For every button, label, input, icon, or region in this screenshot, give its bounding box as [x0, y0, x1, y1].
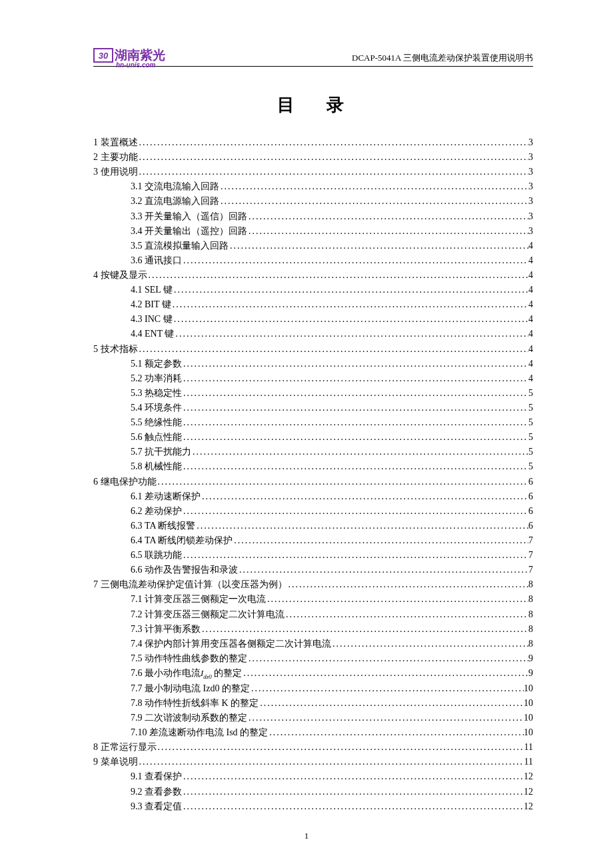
toc-leader-dots [219, 179, 528, 194]
toc-entry-label: 7.4 保护内部计算用变压器各侧额定二次计算电流 [131, 637, 331, 651]
toc-entry-number: 6.5 [131, 550, 143, 560]
toc-entry-page: 3 [528, 150, 533, 165]
toc-leader-dots [247, 224, 528, 239]
toc-entry-label: 9.3 查看定值 [131, 799, 182, 814]
toc-entry-number: 5.3 [131, 388, 143, 398]
toc-entry-number: 5.7 [131, 447, 143, 457]
toc-entry-page: 10 [524, 725, 533, 740]
toc-entry-number: 5.2 [131, 373, 143, 383]
toc-entry-label: 5.5 绝缘性能 [131, 415, 182, 430]
toc-entry-page: 3 [528, 224, 533, 239]
toc-leader-dots [259, 696, 524, 711]
toc-leader-dots [268, 725, 524, 740]
toc-entry-label: 7.3 计算平衡系数 [131, 622, 201, 637]
toc-entry: 6.3 TA 断线报警6 [93, 519, 533, 533]
toc-entry: 6.4 TA 断线闭锁差动保护7 [93, 533, 533, 548]
toc-leader-dots [157, 475, 529, 489]
toc-leader-dots [182, 459, 528, 474]
toc-entry-number: 9.2 [131, 787, 143, 797]
toc-entry: 4.4 ENT 键4 [93, 327, 533, 341]
toc-entry: 7.4 保护内部计算用变压器各侧额定二次计算电流8 [93, 637, 533, 651]
toc-entry-number: 4.2 [131, 299, 143, 309]
toc-entry: 9.3 查看定值12 [93, 799, 533, 814]
toc-entry: 3.2 直流电源输入回路3 [93, 194, 533, 209]
toc-entry-text: 抗干扰能力 [145, 447, 191, 457]
toc-entry-number: 7.5 [131, 653, 143, 663]
toc-leader-dots [201, 622, 528, 637]
toc-leader-dots [233, 533, 528, 548]
toc-entry-label: 4.1 SEL 键 [131, 283, 173, 297]
toc-entry-label: 6.3 TA 断线报警 [131, 519, 195, 533]
toc-leader-dots [138, 165, 529, 179]
toc-entry: 7.9 二次谐波制动系数的整定10 [93, 711, 533, 725]
toc-leader-dots [182, 253, 528, 268]
toc-leader-dots [138, 135, 529, 150]
toc-entry-number: 9.1 [131, 771, 143, 781]
toc-entry-label: 7.5 动作特性曲线参数的整定 [131, 651, 247, 666]
toc-entry-label: 4.3 INC 键 [131, 312, 173, 327]
toc-leader-dots [201, 489, 528, 504]
toc-entry: 6.5 联跳功能7 [93, 548, 533, 563]
toc-entry-number: 6.4 [131, 535, 143, 545]
toc-entry-page: 4 [528, 268, 533, 283]
toc-entry: 6 继电保护功能6 [93, 475, 533, 489]
toc-entry-label: 3.5 直流模拟量输入回路 [131, 239, 229, 253]
toc-entry-label: 3.1 交流电流输入回路 [131, 179, 219, 194]
toc-entry-label: 5.1 额定参数 [131, 357, 182, 371]
toc-entry-label: 9 菜单说明 [93, 755, 138, 769]
toc-entry-number: 3 [93, 167, 98, 177]
logo: 30 湖南紫光 hn-unis.com [93, 47, 165, 64]
toc-entry-page: 6 [528, 475, 533, 489]
toc-entry-number: 7 [93, 579, 98, 589]
toc-entry: 4 按键及显示4 [93, 268, 533, 283]
toc-entry: 7.7 最小制动电流 Izd0 的整定10 [93, 681, 533, 696]
toc-entry-number: 4.1 [131, 285, 143, 295]
toc-entry: 7.8 动作特性折线斜率 K 的整定10 [93, 696, 533, 711]
toc-entry-label: 7.6 最小动作电流Idz0 的整定 [131, 666, 242, 681]
toc-entry-number: 7.8 [131, 698, 143, 708]
toc-entry-page: 12 [524, 769, 533, 784]
toc-entry-number: 3.5 [131, 241, 143, 251]
toc-entry-page: 8 [528, 622, 533, 637]
toc-entry-label: 9.2 查看参数 [131, 785, 182, 799]
toc-entry-number: 7.9 [131, 713, 143, 723]
toc-entry-page: 10 [524, 696, 533, 711]
toc-entry-number: 7.3 [131, 624, 143, 634]
toc-entry-text: 菜单说明 [101, 757, 138, 767]
toc-entry-text: TA 断线报警 [145, 521, 195, 531]
toc-entry-label: 5.3 热稳定性 [131, 386, 182, 401]
toc-entry-label: 7.2 计算变压器三侧额定二次计算电流 [131, 607, 285, 622]
toc-entry-number: 7.6 [131, 668, 143, 678]
toc-entry: 5.1 额定参数4 [93, 357, 533, 371]
logo-mark-icon: 30 [93, 48, 113, 63]
toc-entry-page: 10 [524, 681, 533, 696]
toc-entry-number: 3.1 [131, 181, 143, 191]
toc-entry-label: 3.4 开关量输出（遥控）回路 [131, 224, 247, 239]
toc-entry-page: 4 [528, 342, 533, 357]
toc-leader-dots [171, 297, 528, 312]
toc-leader-dots [195, 519, 528, 533]
toc-entry-label: 8 正常运行显示 [93, 740, 157, 755]
toc-entry-label: 6.4 TA 断线闭锁差动保护 [131, 533, 233, 548]
toc-entry-text: 动作及告警报告和录波 [145, 565, 238, 575]
toc-entry-number: 3.2 [131, 196, 143, 206]
toc-entry-text: 查看参数 [145, 787, 182, 797]
toc-entry-text: 差动保护 [145, 506, 182, 516]
toc-entry-number: 5.6 [131, 432, 143, 442]
toc-entry: 5.7 抗干扰能力5 [93, 445, 533, 459]
toc-leader-dots [147, 268, 529, 283]
toc-entry-text: 使用说明 [101, 167, 138, 177]
toc-entry-page: 6 [528, 519, 533, 533]
toc-entry-text: 环境条件 [145, 403, 182, 413]
toc-leader-dots [247, 209, 528, 224]
toc-entry-text: 计算平衡系数 [145, 624, 201, 634]
toc-entry-page: 7 [528, 548, 533, 563]
toc-entry-number: 5.1 [131, 359, 143, 369]
toc-entry-label: 7.9 二次谐波制动系数的整定 [131, 711, 247, 725]
toc-leader-dots [182, 386, 528, 401]
toc-entry: 6.1 差动速断保护6 [93, 489, 533, 504]
toc-entry-number: 5.5 [131, 417, 143, 427]
toc-entry-page: 5 [528, 386, 533, 401]
toc-entry-text: 装置概述 [101, 137, 138, 147]
toc-entry-text: TA 断线闭锁差动保护 [145, 535, 233, 545]
